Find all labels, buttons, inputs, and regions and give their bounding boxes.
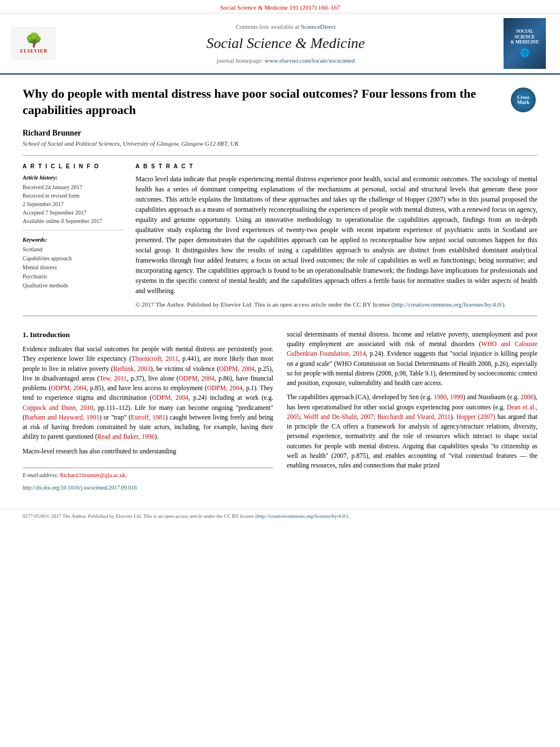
elsevier-logo: 🌳 ELSEVIER (11, 27, 68, 60)
cover-title: SOCIAL SCIENCE & MEDICINE (510, 29, 539, 45)
ref-sen-1999[interactable]: 1999 (450, 394, 463, 400)
elsevier-tree-icon: 🌳 (25, 33, 42, 47)
cover-globe-icon: 🌐 (520, 47, 530, 59)
ref-read[interactable]: Read and Baker, 1996 (97, 433, 155, 440)
crossmark-text: Cross Mark (517, 95, 530, 106)
email-footnote: E-mail address: Richard.l.brunner@gla.ac… (23, 471, 273, 479)
divider-1 (23, 155, 537, 156)
cc-license-link[interactable]: (http://creativecommons.org/licenses/by/… (255, 513, 349, 519)
doi-link[interactable]: http://dx.doi.org/10.1016/j.socscimed.20… (23, 484, 137, 491)
sciencedirect-link[interactable]: ScienceDirect (301, 23, 336, 30)
keyword-2: Capabilities approach (23, 254, 124, 263)
article-history: Article history: Received 24 January 201… (23, 174, 124, 230)
received-1: Received 24 January 2017 (23, 183, 124, 191)
ref-hopper[interactable]: Hopper (2007) (456, 413, 495, 420)
author-affiliation: School of Social and Political Sciences,… (23, 139, 537, 148)
ref-odpm-financial[interactable]: ODPM, 2004 (51, 385, 86, 391)
body-left-column: 1. Introduction Evidence indicates that … (23, 330, 273, 492)
keyword-5: Qualitative methods (23, 281, 124, 290)
journal-homepage: journal homepage: www.elsevier.com/locat… (68, 56, 504, 65)
copyright-link[interactable]: (http://creativecommons.org/licenses/by/… (391, 301, 506, 308)
elsevier-wordmark: ELSEVIER (20, 48, 47, 54)
journal-citation: Social Science & Medicine 191 (2017) 160… (0, 0, 560, 14)
email-link[interactable]: Richard.l.brunner@gla.ac.uk. (60, 472, 126, 478)
bottom-bar: 0277-9536/© 2017 The Author. Published b… (0, 509, 560, 523)
ref-odpm-stigma[interactable]: ODPM, 2004 (152, 394, 189, 401)
sciencedirect-line: Contents lists available at ScienceDirec… (68, 23, 504, 31)
keywords-label: Keywords: (23, 236, 124, 244)
crossmark-badge: Cross Mark (509, 86, 537, 114)
article-info-abstract: A R T I C L E I N F O Article history: R… (23, 163, 537, 309)
accepted-date: Accepted 7 September 2017 (23, 208, 124, 217)
intro-paragraph-2: Macro-level research has also contribute… (23, 447, 273, 456)
ref-estroff[interactable]: Estroff, 1981 (131, 414, 165, 421)
available-online: Available online 8 September 2017 (23, 217, 124, 225)
ref-burchardt[interactable]: Burchardt and Vizard, 2011 (378, 413, 451, 420)
ref-who-gulbenkian[interactable]: WHO and Calouste Gulbenkian Foundation, … (287, 340, 537, 357)
ref-wolff[interactable]: Wolff and De-Shalit, 2007 (304, 413, 374, 420)
article-title: Why do people with mental distress have … (23, 86, 504, 118)
ref-barham[interactable]: Barham and Hayward, 1991 (25, 414, 99, 421)
author-name: Richard Brunner (23, 128, 537, 139)
history-label: Article history: (23, 174, 124, 182)
article-title-section: Why do people with mental distress have … (23, 86, 537, 123)
keyword-3: Mental distress (23, 263, 124, 272)
keywords-section: Keywords: Scotland Capabilities approach… (23, 236, 124, 295)
journal-homepage-link[interactable]: www.elsevier.com/locate/socscimed (265, 57, 355, 64)
keyword-1: Scotland (23, 245, 124, 254)
doi-line: http://dx.doi.org/10.1016/j.socscimed.20… (23, 484, 273, 492)
ref-odpm-employment[interactable]: ODPM, 2004 (207, 385, 243, 391)
ref-rethink[interactable]: Rethink, 2003 (113, 365, 151, 372)
ref-sen-1980[interactable]: 1980 (434, 394, 447, 400)
divider-2 (23, 316, 537, 316)
abstract-section: A B S T R A C T Macro level data indicat… (135, 163, 537, 309)
copyright-text: © 2017 The Author. Published by Elsevier… (135, 300, 537, 309)
keyword-4: Psychiatric (23, 272, 124, 281)
right-paragraph-1: social determinants of mental distress. … (287, 330, 537, 388)
body-right-column: social determinants of mental distress. … (287, 330, 537, 492)
ref-nussbaum[interactable]: 2006 (520, 394, 533, 400)
ref-odpm-violence[interactable]: ODPM, 2004 (219, 365, 255, 372)
received-2: Received in revised form (23, 191, 124, 200)
main-content: Why do people with mental distress have … (0, 75, 560, 503)
ref-coppock[interactable]: Coppock and Dunn, 2010 (23, 404, 93, 411)
journal-cover: SOCIAL SCIENCE & MEDICINE 🌐 (504, 18, 549, 69)
footnote-area: E-mail address: Richard.l.brunner@gla.ac… (23, 468, 273, 479)
journal-header: 🌳 ELSEVIER Contents lists available at S… (0, 14, 560, 75)
body-content: 1. Introduction Evidence indicates that … (23, 330, 537, 492)
ref-odpm-alone[interactable]: ODPM, 2004 (179, 375, 215, 382)
journal-info-center: Contents lists available at ScienceDirec… (68, 23, 504, 65)
ref-thornicroft[interactable]: Thornicroft, 2011 (132, 355, 178, 362)
intro-heading: 1. Introduction (23, 330, 273, 340)
article-info-label: A R T I C L E I N F O (23, 163, 124, 171)
right-paragraph-2: The capabilities approach (CA), develope… (287, 392, 537, 470)
intro-paragraph-1: Evidence indicates that social outcomes … (23, 344, 273, 442)
ref-tew[interactable]: Tew, 2011 (99, 375, 126, 382)
journal-title: Social Science & Medicine (68, 33, 504, 54)
abstract-label: A B S T R A C T (135, 163, 537, 171)
article-info: A R T I C L E I N F O Article history: R… (23, 163, 124, 309)
received-2-date: 2 September 2017 (23, 200, 124, 208)
abstract-text: Macro level data indicate that people ex… (135, 174, 537, 296)
